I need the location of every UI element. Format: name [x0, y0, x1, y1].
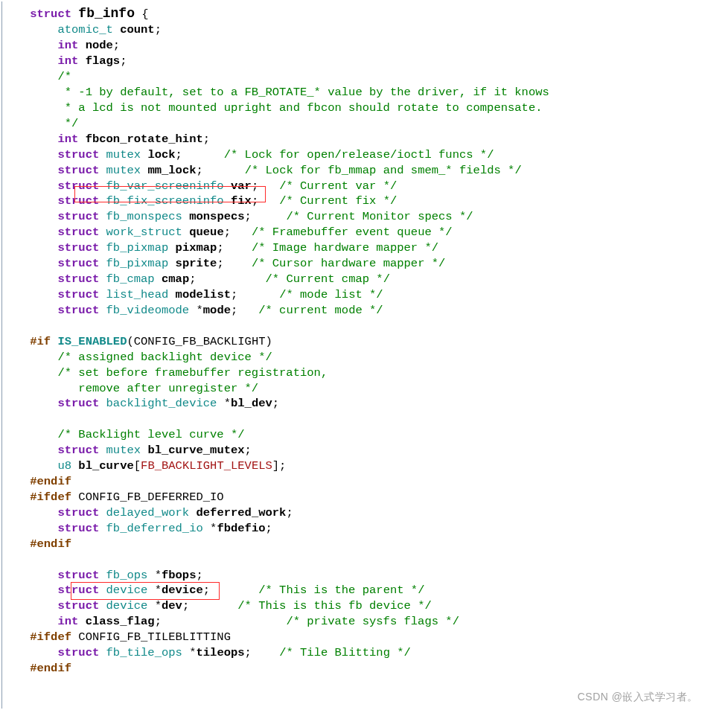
watermark: CSDN @嵌入式学习者。	[578, 690, 698, 704]
hl-line-1: struct	[57, 179, 99, 193]
source-code: struct fb_info { atomic_t count; int nod…	[2, 4, 724, 677]
code-block: struct fb_info { atomic_t count; int nod…	[1, 1, 724, 709]
keyword-struct: struct	[30, 7, 71, 21]
struct-name: fb_info	[78, 6, 135, 21]
hl-line-2: struct	[57, 569, 99, 582]
